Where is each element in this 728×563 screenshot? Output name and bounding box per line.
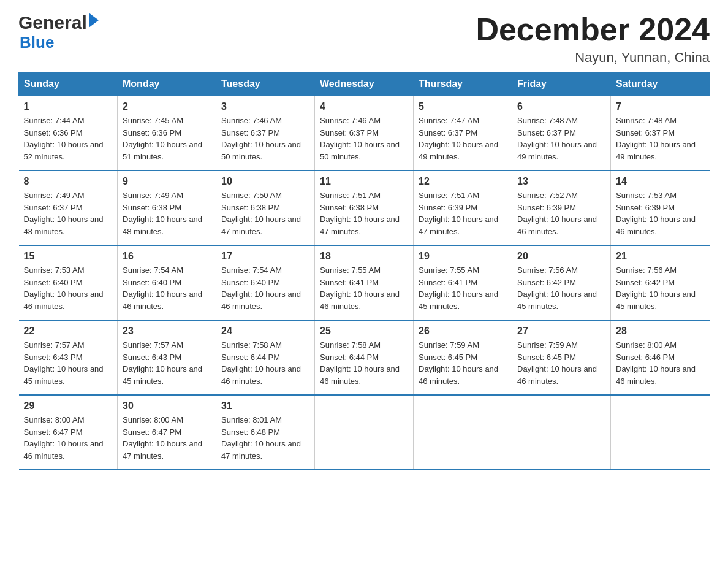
- day-number: 10: [221, 176, 309, 187]
- day-info: Sunrise: 8:00 AM Sunset: 6:46 PM Dayligh…: [616, 339, 705, 387]
- day-info: Sunrise: 7:49 AM Sunset: 6:38 PM Dayligh…: [123, 190, 211, 237]
- day-info: Sunrise: 7:45 AM Sunset: 6:36 PM Dayligh…: [123, 115, 211, 163]
- day-number: 31: [221, 400, 309, 412]
- day-info: Sunrise: 8:00 AM Sunset: 6:47 PM Dayligh…: [123, 414, 211, 462]
- logo-general-text: General: [18, 12, 87, 33]
- calendar-day-cell: 22 Sunrise: 7:57 AM Sunset: 6:43 PM Dayl…: [19, 320, 118, 395]
- day-info: Sunrise: 7:59 AM Sunset: 6:45 PM Dayligh…: [517, 339, 605, 387]
- day-number: 13: [517, 176, 605, 187]
- day-info: Sunrise: 7:51 AM Sunset: 6:38 PM Dayligh…: [320, 190, 408, 237]
- day-number: 26: [419, 326, 507, 337]
- calendar-day-cell: 31 Sunrise: 8:01 AM Sunset: 6:48 PM Dayl…: [216, 395, 315, 470]
- day-info: Sunrise: 7:55 AM Sunset: 6:41 PM Dayligh…: [419, 264, 507, 312]
- month-title: December 2024: [476, 12, 710, 47]
- calendar-table: SundayMondayTuesdayWednesdayThursdayFrid…: [18, 72, 710, 470]
- calendar-day-cell: 25 Sunrise: 7:58 AM Sunset: 6:44 PM Dayl…: [315, 320, 414, 395]
- day-number: 9: [123, 176, 211, 187]
- day-info: Sunrise: 7:49 AM Sunset: 6:37 PM Dayligh…: [24, 190, 113, 237]
- day-number: 22: [24, 326, 113, 337]
- day-number: 5: [419, 101, 507, 112]
- calendar-day-cell: 28 Sunrise: 8:00 AM Sunset: 6:46 PM Dayl…: [611, 320, 710, 395]
- day-number: 8: [24, 176, 113, 187]
- day-info: Sunrise: 7:56 AM Sunset: 6:42 PM Dayligh…: [517, 264, 605, 312]
- day-info: Sunrise: 7:44 AM Sunset: 6:36 PM Dayligh…: [24, 115, 113, 163]
- calendar-day-cell: 24 Sunrise: 7:58 AM Sunset: 6:44 PM Dayl…: [216, 320, 315, 395]
- calendar-day-cell: 10 Sunrise: 7:50 AM Sunset: 6:38 PM Dayl…: [216, 170, 315, 245]
- day-number: 19: [419, 251, 507, 262]
- calendar-day-cell: 27 Sunrise: 7:59 AM Sunset: 6:45 PM Dayl…: [512, 320, 611, 395]
- calendar-week-row: 15 Sunrise: 7:53 AM Sunset: 6:40 PM Dayl…: [19, 245, 710, 320]
- calendar-day-cell: 7 Sunrise: 7:48 AM Sunset: 6:37 PM Dayli…: [611, 96, 710, 171]
- day-number: 23: [123, 326, 211, 337]
- calendar-day-cell: 11 Sunrise: 7:51 AM Sunset: 6:38 PM Dayl…: [315, 170, 414, 245]
- calendar-day-cell: [414, 395, 512, 470]
- day-info: Sunrise: 8:00 AM Sunset: 6:47 PM Dayligh…: [24, 414, 113, 462]
- day-info: Sunrise: 7:48 AM Sunset: 6:37 PM Dayligh…: [616, 115, 705, 163]
- col-header-saturday: Saturday: [611, 72, 710, 96]
- calendar-day-cell: 18 Sunrise: 7:55 AM Sunset: 6:41 PM Dayl…: [315, 245, 414, 320]
- calendar-day-cell: 4 Sunrise: 7:46 AM Sunset: 6:37 PM Dayli…: [315, 96, 414, 171]
- day-info: Sunrise: 7:53 AM Sunset: 6:40 PM Dayligh…: [24, 264, 113, 312]
- day-number: 1: [24, 101, 113, 112]
- day-info: Sunrise: 7:56 AM Sunset: 6:42 PM Dayligh…: [616, 264, 705, 312]
- calendar-day-cell: 30 Sunrise: 8:00 AM Sunset: 6:47 PM Dayl…: [118, 395, 216, 470]
- logo-blue-text: Blue: [20, 33, 54, 52]
- col-header-wednesday: Wednesday: [315, 72, 414, 96]
- day-info: Sunrise: 7:54 AM Sunset: 6:40 PM Dayligh…: [123, 264, 211, 312]
- day-info: Sunrise: 7:48 AM Sunset: 6:37 PM Dayligh…: [517, 115, 605, 163]
- calendar-day-cell: [512, 395, 611, 470]
- day-info: Sunrise: 7:46 AM Sunset: 6:37 PM Dayligh…: [221, 115, 309, 163]
- col-header-sunday: Sunday: [19, 72, 118, 96]
- col-header-tuesday: Tuesday: [216, 72, 315, 96]
- calendar-day-cell: 14 Sunrise: 7:53 AM Sunset: 6:39 PM Dayl…: [611, 170, 710, 245]
- day-number: 6: [517, 101, 605, 112]
- location-subtitle: Nayun, Yunnan, China: [476, 50, 710, 66]
- day-number: 27: [517, 326, 605, 337]
- day-number: 21: [616, 251, 705, 262]
- day-info: Sunrise: 7:51 AM Sunset: 6:39 PM Dayligh…: [419, 190, 507, 237]
- day-info: Sunrise: 7:58 AM Sunset: 6:44 PM Dayligh…: [221, 339, 309, 387]
- calendar-day-cell: 15 Sunrise: 7:53 AM Sunset: 6:40 PM Dayl…: [19, 245, 118, 320]
- calendar-day-cell: 2 Sunrise: 7:45 AM Sunset: 6:36 PM Dayli…: [118, 96, 216, 171]
- day-number: 28: [616, 326, 705, 337]
- calendar-day-cell: 13 Sunrise: 7:52 AM Sunset: 6:39 PM Dayl…: [512, 170, 611, 245]
- day-number: 25: [320, 326, 408, 337]
- logo-triangle-icon: [89, 13, 99, 28]
- calendar-week-row: 8 Sunrise: 7:49 AM Sunset: 6:37 PM Dayli…: [19, 170, 710, 245]
- day-number: 30: [123, 400, 211, 412]
- day-info: Sunrise: 7:59 AM Sunset: 6:45 PM Dayligh…: [419, 339, 507, 387]
- day-number: 11: [320, 176, 408, 187]
- day-number: 16: [123, 251, 211, 262]
- day-info: Sunrise: 7:54 AM Sunset: 6:40 PM Dayligh…: [221, 264, 309, 312]
- day-info: Sunrise: 7:57 AM Sunset: 6:43 PM Dayligh…: [123, 339, 211, 387]
- calendar-day-cell: [315, 395, 414, 470]
- day-number: 2: [123, 101, 211, 112]
- calendar-day-cell: 16 Sunrise: 7:54 AM Sunset: 6:40 PM Dayl…: [118, 245, 216, 320]
- calendar-day-cell: 9 Sunrise: 7:49 AM Sunset: 6:38 PM Dayli…: [118, 170, 216, 245]
- calendar-day-cell: [611, 395, 710, 470]
- col-header-monday: Monday: [118, 72, 216, 96]
- calendar-week-row: 29 Sunrise: 8:00 AM Sunset: 6:47 PM Dayl…: [19, 395, 710, 470]
- title-area: December 2024 Nayun, Yunnan, China: [476, 12, 710, 66]
- day-number: 3: [221, 101, 309, 112]
- calendar-day-cell: 20 Sunrise: 7:56 AM Sunset: 6:42 PM Dayl…: [512, 245, 611, 320]
- calendar-day-cell: 29 Sunrise: 8:00 AM Sunset: 6:47 PM Dayl…: [19, 395, 118, 470]
- calendar-day-cell: 1 Sunrise: 7:44 AM Sunset: 6:36 PM Dayli…: [19, 96, 118, 171]
- col-header-thursday: Thursday: [414, 72, 512, 96]
- day-number: 17: [221, 251, 309, 262]
- page-header: General Blue December 2024 Nayun, Yunnan…: [18, 12, 710, 66]
- calendar-day-cell: 17 Sunrise: 7:54 AM Sunset: 6:40 PM Dayl…: [216, 245, 315, 320]
- calendar-day-cell: 12 Sunrise: 7:51 AM Sunset: 6:39 PM Dayl…: [414, 170, 512, 245]
- logo: General Blue: [18, 12, 99, 52]
- calendar-day-cell: 8 Sunrise: 7:49 AM Sunset: 6:37 PM Dayli…: [19, 170, 118, 245]
- calendar-day-cell: 5 Sunrise: 7:47 AM Sunset: 6:37 PM Dayli…: [414, 96, 512, 171]
- day-number: 18: [320, 251, 408, 262]
- day-number: 7: [616, 101, 705, 112]
- day-number: 20: [517, 251, 605, 262]
- day-info: Sunrise: 7:57 AM Sunset: 6:43 PM Dayligh…: [24, 339, 113, 387]
- day-info: Sunrise: 7:55 AM Sunset: 6:41 PM Dayligh…: [320, 264, 408, 312]
- calendar-day-cell: 26 Sunrise: 7:59 AM Sunset: 6:45 PM Dayl…: [414, 320, 512, 395]
- day-info: Sunrise: 7:47 AM Sunset: 6:37 PM Dayligh…: [419, 115, 507, 163]
- day-info: Sunrise: 7:58 AM Sunset: 6:44 PM Dayligh…: [320, 339, 408, 387]
- day-number: 24: [221, 326, 309, 337]
